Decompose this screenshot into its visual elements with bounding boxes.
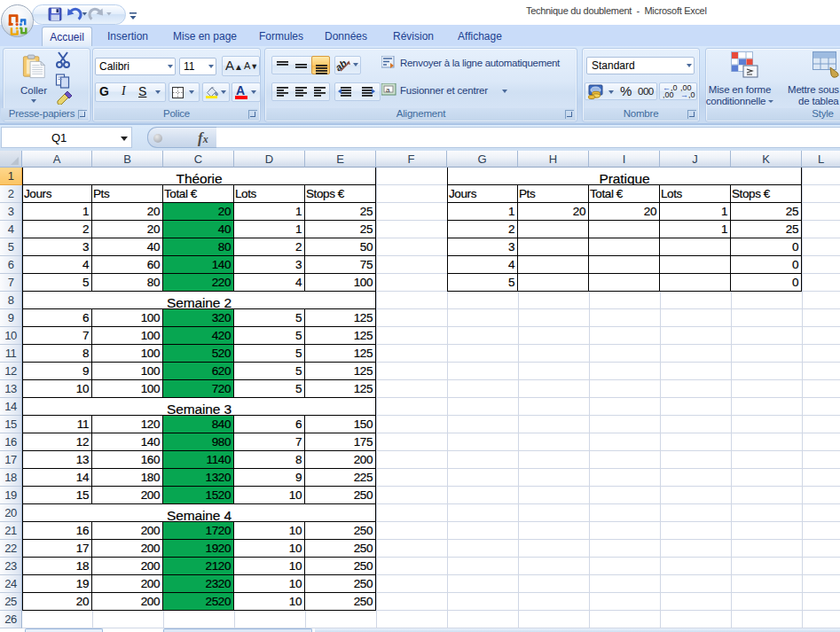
svg-text:a: a [386, 86, 390, 94]
